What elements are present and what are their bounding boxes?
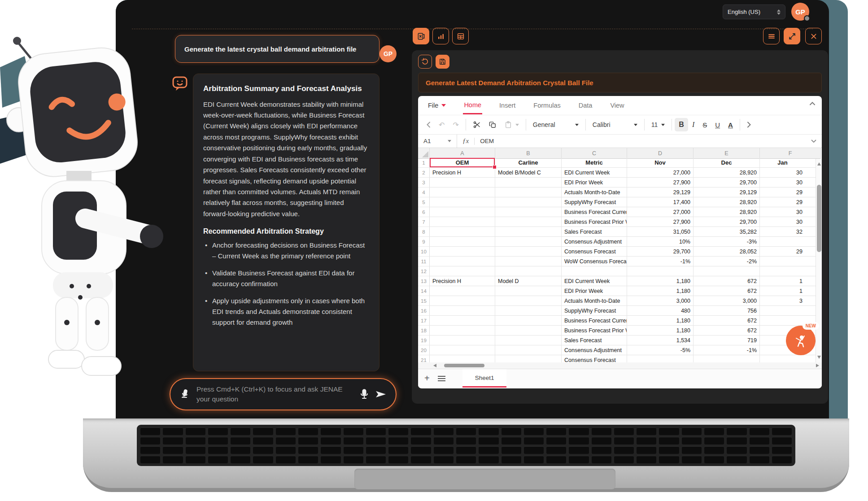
column-header-B[interactable]: B	[495, 148, 562, 159]
cell-F21[interactable]	[760, 355, 821, 362]
cell-B10[interactable]	[495, 247, 562, 257]
grid-corner[interactable]	[418, 148, 430, 159]
cell-F9[interactable]	[760, 237, 821, 247]
user-avatar[interactable]: GP	[791, 3, 809, 21]
row-header-15[interactable]: 15	[418, 296, 430, 306]
cell-B1[interactable]: Carline	[495, 158, 562, 168]
cell-E1[interactable]: Dec	[694, 158, 760, 168]
cell-B13[interactable]: Model D	[495, 276, 562, 286]
cell-F16[interactable]	[760, 306, 821, 316]
cell-E15[interactable]: 3,000	[694, 296, 760, 306]
microphone-icon[interactable]	[360, 389, 369, 400]
row-header-2[interactable]: 2	[418, 168, 430, 178]
horizontal-scroll-thumb[interactable]	[444, 364, 484, 367]
cell-E8[interactable]: 35,282	[694, 227, 760, 237]
scroll-right-icon[interactable]	[743, 118, 755, 131]
tab-sheet1[interactable]: Sheet1	[462, 369, 507, 388]
cell-C1[interactable]: Metric	[562, 158, 627, 168]
language-selector[interactable]: English (US)	[723, 4, 785, 19]
vertical-scroll-thumb[interactable]	[817, 185, 821, 252]
cell-E10[interactable]: 28,052	[694, 247, 760, 257]
cell-D5[interactable]: 17,400	[627, 197, 694, 207]
cell-C19[interactable]: Sales Forecast	[562, 335, 627, 345]
cell-E11[interactable]: -2%	[694, 257, 760, 266]
cell-C20[interactable]: Consensus Adjustment	[562, 345, 627, 355]
cell-A1[interactable]: OEM	[430, 158, 495, 168]
cell-C16[interactable]: SupplyWhy Forecast	[562, 306, 627, 316]
menu-view[interactable]: View	[609, 97, 625, 113]
add-sheet-button[interactable]: +	[424, 373, 430, 383]
cell-F5[interactable]: 29	[760, 197, 821, 207]
cell-B21[interactable]	[495, 355, 562, 362]
scroll-down-icon[interactable]	[817, 356, 821, 359]
paste-button[interactable]	[501, 118, 523, 131]
cell-A9[interactable]	[430, 237, 495, 247]
row-header-14[interactable]: 14	[418, 286, 430, 296]
cell-E2[interactable]: 28,920	[694, 168, 760, 178]
copy-button[interactable]	[485, 118, 501, 131]
menu-file[interactable]: File	[427, 97, 447, 113]
cell-F3[interactable]: 30	[760, 178, 821, 187]
dictation-icon[interactable]	[179, 389, 190, 400]
column-header-C[interactable]: C	[562, 148, 627, 159]
excel-view-button[interactable]	[413, 28, 429, 44]
row-header-12[interactable]: 12	[418, 266, 430, 276]
cell-D12[interactable]	[627, 266, 694, 276]
cell-C9[interactable]: Consensus Adjustment	[562, 237, 627, 247]
cell-A8[interactable]	[430, 227, 495, 237]
cell-A4[interactable]	[430, 187, 495, 197]
row-header-17[interactable]: 17	[418, 316, 430, 326]
cell-D4[interactable]: 29,129	[627, 187, 694, 197]
cell-C11[interactable]: WoW Consensus Forecast	[562, 257, 627, 266]
cell-B12[interactable]	[495, 266, 562, 276]
cell-B20[interactable]	[495, 345, 562, 355]
row-header-19[interactable]: 19	[418, 335, 430, 345]
formula-value[interactable]: OEM	[475, 138, 499, 144]
cell-C15[interactable]: Actuals Month-to-Date	[562, 296, 627, 306]
cell-D18[interactable]: 1,180	[627, 326, 694, 335]
bold-button[interactable]: B	[675, 118, 688, 131]
menu-home[interactable]: Home	[463, 97, 482, 114]
cell-F8[interactable]: 32	[760, 227, 821, 237]
scroll-up-icon[interactable]	[817, 162, 821, 166]
horizontal-scrollbar[interactable]	[418, 362, 822, 369]
cell-A15[interactable]	[430, 296, 495, 306]
column-header-A[interactable]: A	[430, 148, 495, 159]
scroll-right-arrow-icon[interactable]	[816, 364, 819, 367]
assistant-new-badge[interactable]: NEW	[786, 326, 816, 355]
cell-D19[interactable]: 1,534	[627, 335, 694, 345]
cell-F13[interactable]: 1	[760, 276, 821, 286]
cell-E3[interactable]: 29,700	[694, 178, 760, 187]
cell-E19[interactable]: 719	[694, 335, 760, 345]
cell-C17[interactable]: Business Forecast Current Week	[562, 316, 627, 326]
undo-button[interactable]: ↶	[435, 118, 449, 131]
menu-button[interactable]	[763, 28, 780, 44]
scroll-left-icon[interactable]	[423, 118, 435, 131]
cell-B14[interactable]	[495, 286, 562, 296]
cell-A16[interactable]	[430, 306, 495, 316]
italic-button[interactable]: I	[688, 118, 698, 131]
cell-E6[interactable]: 28,920	[694, 207, 760, 217]
cell-B17[interactable]	[495, 316, 562, 326]
cell-B16[interactable]	[495, 306, 562, 316]
cell-B5[interactable]	[495, 197, 562, 207]
row-header-6[interactable]: 6	[418, 207, 430, 217]
cell-F6[interactable]: 30	[760, 207, 821, 217]
row-header-16[interactable]: 16	[418, 306, 430, 316]
menu-data[interactable]: Data	[578, 97, 593, 113]
cell-B4[interactable]	[495, 187, 562, 197]
cell-B8[interactable]	[495, 227, 562, 237]
refresh-button[interactable]	[418, 55, 432, 69]
cell-A13[interactable]: Precision H	[430, 276, 495, 286]
collapse-ribbon-icon[interactable]	[809, 101, 816, 106]
cell-E14[interactable]: 672	[694, 286, 760, 296]
cell-D17[interactable]: 1,180	[627, 316, 694, 326]
row-header-10[interactable]: 10	[418, 247, 430, 257]
menu-formulas[interactable]: Formulas	[532, 97, 561, 113]
cell-D20[interactable]: -5%	[627, 345, 694, 355]
cell-D1[interactable]: Nov	[627, 158, 694, 168]
cell-F11[interactable]	[760, 257, 821, 266]
table-view-button[interactable]	[452, 28, 469, 44]
expand-button[interactable]	[784, 28, 800, 44]
user-message[interactable]: Generate the latest crystal ball demand …	[175, 35, 379, 63]
